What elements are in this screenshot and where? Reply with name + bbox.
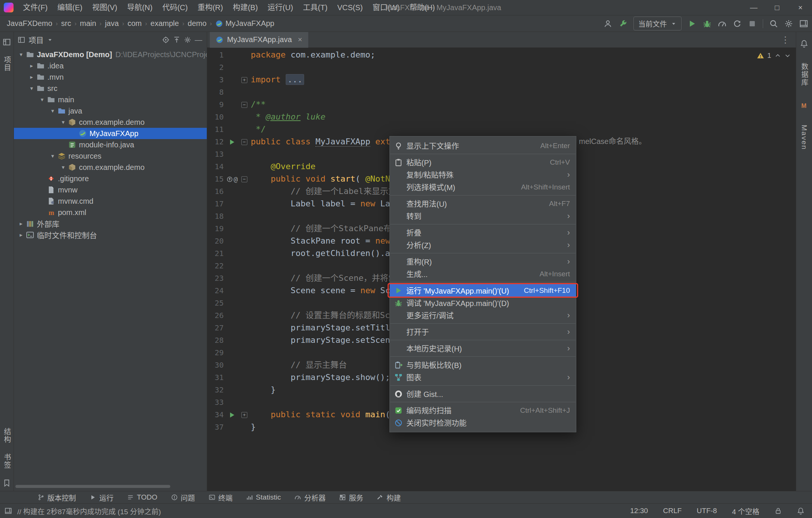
tool-window-button[interactable]: Statistic (246, 493, 281, 501)
menu-item[interactable]: 编码规约扫描Ctrl+Alt+Shift+J (390, 404, 576, 417)
inspection-widget[interactable]: 1 (757, 51, 791, 60)
tool-window-button[interactable]: 终端 (209, 492, 233, 503)
tree-item[interactable]: module-info.java (14, 139, 207, 150)
run-gutter-icon[interactable] (228, 411, 236, 419)
file-encoding[interactable]: UTF-8 (697, 507, 717, 515)
breadcrumb-item[interactable]: src (61, 19, 71, 28)
menubar-item[interactable]: 文件(F) (18, 0, 53, 15)
chevron-down-icon[interactable]: ▾ (16, 51, 26, 58)
menu-item[interactable]: 显示上下文操作Alt+Enter (390, 139, 576, 152)
settings-button[interactable] (784, 19, 793, 28)
menu-item[interactable]: 重构(R)› (390, 255, 576, 268)
tree-item[interactable]: mpom.xml (14, 207, 207, 218)
breadcrumb-item[interactable]: main (80, 19, 96, 28)
override-gutter-icon[interactable] (226, 176, 233, 183)
menu-item[interactable]: 打开于› (390, 326, 576, 338)
breadcrumb-item[interactable]: java (105, 19, 119, 28)
chevron-right-icon[interactable]: ▸ (16, 232, 26, 238)
chevron-down-icon[interactable]: ▾ (58, 164, 68, 171)
fold-collapse-icon[interactable]: − (241, 176, 247, 182)
breadcrumb-item[interactable]: MyJavaFXApp (215, 19, 274, 28)
menubar-item[interactable]: VCS(S) (332, 0, 368, 15)
menubar-item[interactable]: 重构(R) (192, 0, 228, 15)
tab-myjavafxapp[interactable]: MyJavaFXApp.java × (210, 32, 308, 48)
tab-options-icon[interactable]: ⋮ (781, 35, 796, 45)
close-tab-icon[interactable]: × (298, 35, 302, 44)
tool-stripe-label[interactable]: Maven (800, 125, 808, 150)
tool-window-button[interactable]: 构建 (377, 492, 401, 503)
tool-stripe-label[interactable]: 书签 (2, 453, 12, 469)
tree-item[interactable]: mvnw (14, 184, 207, 195)
indent-setting[interactable]: 4 个空格 (732, 506, 759, 516)
debug-button[interactable] (703, 19, 712, 28)
breadcrumb-item[interactable]: example (150, 19, 179, 28)
tree-item[interactable]: ▾resources (14, 150, 207, 162)
profiler-button[interactable] (718, 19, 727, 28)
search-button[interactable] (769, 19, 778, 28)
menubar-item[interactable]: 视图(V) (87, 0, 122, 15)
menu-item[interactable]: 更多运行/调试› (390, 309, 576, 321)
stop-button[interactable] (748, 19, 757, 28)
tree-item[interactable]: ▾com.example.demo (14, 117, 207, 128)
tool-stripe-label[interactable]: 数据库 (799, 63, 809, 86)
menu-item[interactable]: 分析(Z)› (390, 239, 576, 251)
tool-window-button[interactable]: 服务 (339, 492, 363, 503)
menu-item[interactable]: 创建 Gist... (390, 388, 576, 400)
tree-item[interactable]: ▾main (14, 94, 207, 105)
tree-item[interactable]: ▾JavaFXDemo [Demo]D:\IDEAProjects\JCNCPr… (14, 49, 207, 60)
prev-problem-icon[interactable] (774, 52, 781, 59)
menu-item[interactable]: 关闭实时检测功能 (390, 417, 576, 429)
menu-item[interactable]: 复制/粘贴特殊› (390, 168, 576, 181)
maximize-button[interactable]: □ (765, 0, 789, 15)
tree-item[interactable]: ▾java (14, 105, 207, 117)
tool-window-button[interactable]: 分析器 (294, 492, 326, 503)
bookmark-icon[interactable] (3, 479, 11, 487)
next-problem-icon[interactable] (784, 52, 791, 59)
project-icon[interactable] (3, 38, 11, 46)
bell-icon[interactable] (800, 39, 808, 48)
menubar-item[interactable]: 运行(U) (263, 0, 298, 15)
horizontal-scrollbar[interactable] (15, 485, 170, 488)
chevron-right-icon[interactable]: ▸ (16, 220, 26, 227)
fold-expand-icon[interactable]: + (241, 77, 247, 83)
tree-item[interactable]: mvnw.cmd (14, 195, 207, 207)
code-line[interactable]: 10 * @author luke (207, 111, 796, 123)
menu-item[interactable]: 列选择模式(M)Alt+Shift+Insert (390, 181, 576, 193)
chevron-right-icon[interactable]: ▸ (27, 62, 36, 69)
hide-panel-icon[interactable]: — (195, 36, 202, 44)
fold-collapse-icon[interactable]: − (241, 102, 247, 108)
run-config-select[interactable]: 当前文件 (633, 17, 682, 30)
menu-item[interactable]: 粘贴(P)Ctrl+V (390, 156, 576, 168)
tool-window-button[interactable]: TODO (127, 493, 158, 501)
breadcrumb-item[interactable]: demo (188, 19, 206, 28)
menubar-item[interactable]: 编辑(E) (53, 0, 88, 15)
menubar-item[interactable]: 构建(B) (228, 0, 263, 15)
tree-item[interactable]: ▸.idea (14, 60, 207, 71)
tree-item[interactable]: ▸临时文件和控制台 (14, 229, 207, 241)
tool-window-button[interactable]: 版本控制 (38, 492, 76, 503)
code-line[interactable]: 2 (207, 61, 796, 73)
code-line[interactable]: 1package com.example.demo; (207, 48, 796, 61)
chevron-down-icon[interactable] (47, 37, 53, 43)
maven-m-icon[interactable]: M (800, 101, 808, 110)
close-button[interactable]: × (789, 0, 812, 15)
tree-item[interactable]: ▸.mvn (14, 71, 207, 83)
code-line[interactable]: 9−/** (207, 98, 796, 111)
chevron-down-icon[interactable]: ▾ (37, 96, 47, 103)
tool-window-button[interactable]: 问题 (171, 492, 195, 503)
notifications-icon[interactable] (797, 507, 804, 515)
menu-item-run[interactable]: 运行 'MyJavaFXApp.main()'(U)Ctrl+Shift+F10 (390, 284, 576, 297)
tool-windows-icon[interactable] (5, 507, 12, 515)
tree-item[interactable]: ▸外部库 (14, 218, 207, 229)
user-icon[interactable] (603, 19, 612, 28)
fold-expand-icon[interactable]: + (241, 412, 247, 418)
locate-file-icon[interactable] (162, 36, 170, 44)
menu-item[interactable]: 折叠› (390, 226, 576, 239)
build-wrench-icon[interactable] (618, 19, 627, 28)
tool-stripe-label[interactable]: 项目 (2, 56, 12, 72)
menu-item[interactable]: 查找用法(U)Alt+F7 (390, 197, 576, 210)
menu-item[interactable]: 本地历史记录(H)› (390, 342, 576, 354)
collapse-all-icon[interactable] (173, 36, 180, 44)
menu-item[interactable]: 图表› (390, 371, 576, 383)
chevron-down-icon[interactable]: ▾ (48, 108, 58, 114)
